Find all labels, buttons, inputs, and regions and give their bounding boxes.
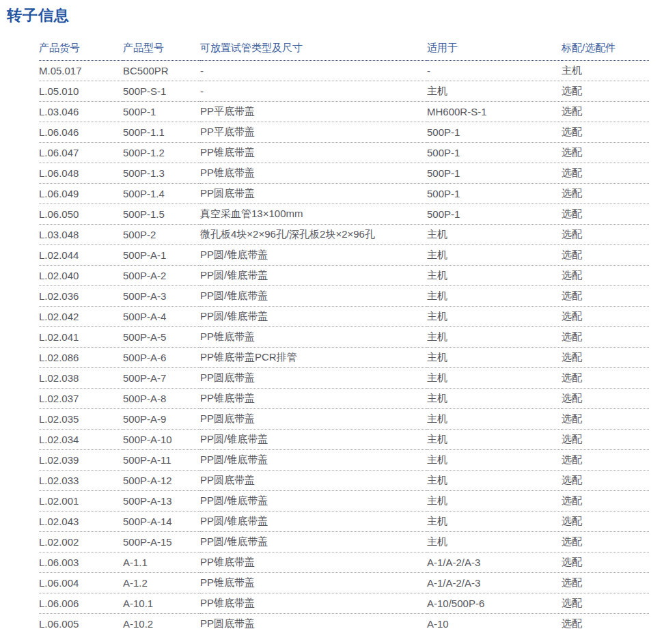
rotor-info-table: 产品货号产品型号可放置试管类型及尺寸适用于标配/选配件 M.05.017BC50… (39, 36, 649, 634)
cell: L.06.046 (39, 122, 123, 143)
cell: 选配 (562, 225, 649, 245)
table-row: L.02.033500P-A-12PP圆底带盖主机选配 (39, 471, 649, 491)
table-row: L.02.036500P-A-3PP圆/锥底带盖主机选配 (39, 286, 649, 307)
cell: L.02.038 (39, 368, 123, 389)
cell: 选配 (562, 163, 649, 184)
cell: 500P-A-4 (123, 307, 200, 327)
cell: L.06.006 (39, 593, 123, 614)
cell: - (427, 61, 562, 81)
cell: A-10.2 (123, 614, 200, 634)
cell: PP锥底带盖 (200, 163, 427, 184)
cell: L.02.041 (39, 327, 123, 348)
cell: 选配 (562, 409, 649, 430)
cell: - (200, 61, 427, 81)
cell: 500P-1 (427, 204, 562, 225)
cell: 500P-1 (427, 122, 562, 143)
table-row: L.06.050500P-1.5真空采血管13×100mm500P-1选配 (39, 204, 649, 225)
page-title: 转子信息 (7, 5, 70, 26)
cell: L.02.043 (39, 512, 123, 532)
cell: 主机 (427, 389, 562, 409)
table-row: L.02.037500P-A-8PP锥底带盖主机选配 (39, 389, 649, 409)
cell: 主机 (427, 471, 562, 491)
cell: L.02.042 (39, 307, 123, 327)
cell: L.06.005 (39, 614, 123, 634)
cell: PP圆底带盖 (200, 614, 427, 634)
cell: L.03.046 (39, 102, 123, 122)
cell: 主机 (427, 430, 562, 450)
cell: PP锥底带盖PCR排管 (200, 348, 427, 368)
cell: PP平底带盖 (200, 122, 427, 143)
cell: 选配 (562, 368, 649, 389)
table-row: L.02.086500P-A-6PP锥底带盖PCR排管主机选配 (39, 348, 649, 368)
header-cell-0: 产品货号 (39, 36, 123, 61)
cell: 500P-1 (427, 143, 562, 163)
cell: PP圆/锥底带盖 (200, 307, 427, 327)
cell: 500P-S-1 (123, 81, 200, 102)
cell: 选配 (562, 286, 649, 307)
cell: PP圆底带盖 (200, 184, 427, 204)
cell: 主机 (427, 307, 562, 327)
table-row: L.02.035500P-A-9PP圆底带盖主机选配 (39, 409, 649, 430)
table-row: M.05.017BC500PR--主机 (39, 61, 649, 81)
cell: M.05.017 (39, 61, 123, 81)
table-row: L.06.006A-10.1PP锥底带盖A-10/500P-6选配 (39, 593, 649, 614)
cell: 500P-2 (123, 225, 200, 245)
cell: 500P-A-14 (123, 512, 200, 532)
cell: 选配 (562, 143, 649, 163)
cell: L.02.035 (39, 409, 123, 430)
table-row: L.02.041500P-A-5PP锥底带盖主机选配 (39, 327, 649, 348)
cell: 500P-A-1 (123, 245, 200, 266)
table-row: L.06.048500P-1.3PP锥底带盖500P-1选配 (39, 163, 649, 184)
table-row: L.06.047500P-1.2PP锥底带盖500P-1选配 (39, 143, 649, 163)
cell: 真空采血管13×100mm (200, 204, 427, 225)
table-body: M.05.017BC500PR--主机L.05.010500P-S-1-主机选配… (39, 61, 649, 634)
cell: 主机 (427, 348, 562, 368)
cell: 主机 (427, 225, 562, 245)
cell: 500P-A-7 (123, 368, 200, 389)
cell: 选配 (562, 245, 649, 266)
cell: A-1/A-2/A-3 (427, 573, 562, 593)
cell: 500P-A-9 (123, 409, 200, 430)
table-row: L.02.040500P-A-2PP圆/锥底带盖主机选配 (39, 266, 649, 286)
cell: 500P-1.3 (123, 163, 200, 184)
cell: PP圆/锥底带盖 (200, 450, 427, 471)
cell: 500P-1.5 (123, 204, 200, 225)
cell: PP锥底带盖 (200, 389, 427, 409)
cell: L.05.010 (39, 81, 123, 102)
cell: 选配 (562, 512, 649, 532)
cell: 选配 (562, 593, 649, 614)
cell: L.02.033 (39, 471, 123, 491)
cell: PP锥底带盖 (200, 327, 427, 348)
cell: 500P-A-12 (123, 471, 200, 491)
table-row: L.06.005A-10.2PP圆底带盖A-10选配 (39, 614, 649, 634)
cell: 选配 (562, 491, 649, 512)
cell: PP圆/锥底带盖 (200, 286, 427, 307)
cell: 500P-A-8 (123, 389, 200, 409)
cell: L.02.039 (39, 450, 123, 471)
cell: 选配 (562, 450, 649, 471)
table-row: L.05.010500P-S-1-主机选配 (39, 81, 649, 102)
cell: PP圆/锥底带盖 (200, 266, 427, 286)
cell: PP圆底带盖 (200, 368, 427, 389)
cell: A-10.1 (123, 593, 200, 614)
cell: 选配 (562, 614, 649, 634)
table-row: L.02.042500P-A-4PP圆/锥底带盖主机选配 (39, 307, 649, 327)
cell: 选配 (562, 430, 649, 450)
cell: L.02.001 (39, 491, 123, 512)
cell: MH600R-S-1 (427, 102, 562, 122)
cell: 500P-A-5 (123, 327, 200, 348)
cell: PP圆/锥底带盖 (200, 512, 427, 532)
cell: A-10/500P-6 (427, 593, 562, 614)
cell: L.06.048 (39, 163, 123, 184)
cell: 500P-A-11 (123, 450, 200, 471)
table-row: L.02.043500P-A-14PP圆/锥底带盖主机选配 (39, 512, 649, 532)
cell: 主机 (562, 61, 649, 81)
cell: BC500PR (123, 61, 200, 81)
cell: L.06.004 (39, 573, 123, 593)
cell: PP圆底带盖 (200, 471, 427, 491)
cell: L.02.002 (39, 532, 123, 552)
cell: 500P-1.1 (123, 122, 200, 143)
cell: PP圆底带盖 (200, 409, 427, 430)
cell: 主机 (427, 532, 562, 552)
cell: - (200, 81, 427, 102)
